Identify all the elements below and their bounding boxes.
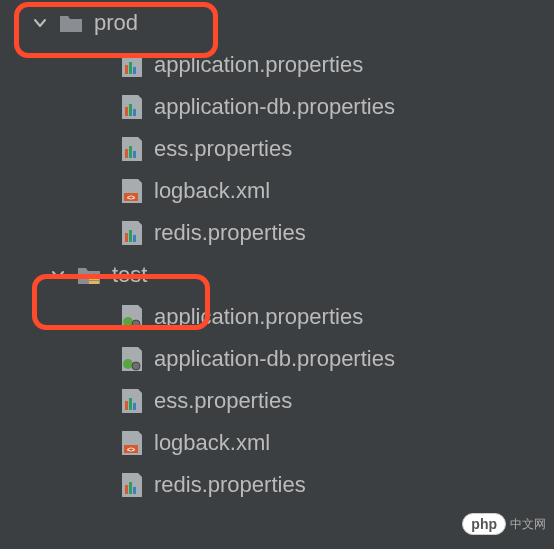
svg-rect-22 (133, 403, 136, 410)
file-label: application.properties (154, 304, 363, 330)
svg-rect-25 (125, 485, 128, 494)
svg-point-17 (132, 320, 140, 328)
properties-bars-icon (118, 136, 144, 162)
properties-bars-icon (118, 220, 144, 246)
watermark-text: 中文网 (510, 516, 546, 533)
file-row[interactable]: application-db.properties (0, 86, 554, 128)
svg-rect-20 (125, 401, 128, 410)
xml-file-icon: <> (118, 178, 144, 204)
folder-label: prod (94, 10, 138, 36)
file-label: application-db.properties (154, 346, 395, 372)
file-label: redis.properties (154, 220, 306, 246)
svg-point-18 (123, 359, 133, 369)
svg-rect-4 (129, 104, 132, 116)
folder-resources-icon (76, 262, 102, 288)
file-label: ess.properties (154, 388, 292, 414)
properties-spring-icon (118, 346, 144, 372)
file-row[interactable]: application-db.properties (0, 338, 554, 380)
svg-rect-1 (129, 62, 132, 74)
svg-rect-6 (125, 149, 128, 158)
file-row[interactable]: application.properties (0, 296, 554, 338)
svg-rect-27 (133, 487, 136, 494)
file-label: application-db.properties (154, 94, 395, 120)
svg-rect-2 (133, 67, 136, 74)
file-label: redis.properties (154, 472, 306, 498)
file-label: application.properties (154, 52, 363, 78)
watermark: php 中文网 (462, 513, 546, 535)
file-row[interactable]: <> logback.xml (0, 170, 554, 212)
file-row[interactable]: redis.properties (0, 464, 554, 506)
svg-point-19 (132, 362, 140, 370)
svg-rect-15 (89, 281, 99, 284)
file-row[interactable]: application.properties (0, 44, 554, 86)
svg-rect-21 (129, 398, 132, 410)
svg-rect-11 (125, 233, 128, 242)
xml-file-icon: <> (118, 430, 144, 456)
folder-row-test[interactable]: test (0, 254, 554, 296)
file-label: logback.xml (154, 430, 270, 456)
svg-rect-13 (133, 235, 136, 242)
file-row[interactable]: redis.properties (0, 212, 554, 254)
svg-rect-26 (129, 482, 132, 494)
chevron-down-icon (32, 15, 48, 31)
svg-rect-14 (89, 277, 99, 280)
svg-rect-5 (133, 109, 136, 116)
properties-bars-icon (118, 388, 144, 414)
file-label: ess.properties (154, 136, 292, 162)
folder-label: test (112, 262, 147, 288)
svg-text:<>: <> (127, 446, 135, 453)
svg-rect-7 (129, 146, 132, 158)
svg-text:<>: <> (127, 194, 135, 201)
svg-point-16 (123, 317, 133, 327)
watermark-badge: php (462, 513, 506, 535)
file-row[interactable]: ess.properties (0, 380, 554, 422)
properties-bars-icon (118, 52, 144, 78)
properties-bars-icon (118, 94, 144, 120)
file-row[interactable]: <> logback.xml (0, 422, 554, 464)
properties-spring-icon (118, 304, 144, 330)
svg-rect-12 (129, 230, 132, 242)
chevron-down-icon (50, 267, 66, 283)
file-label: logback.xml (154, 178, 270, 204)
folder-row-prod[interactable]: prod (0, 2, 554, 44)
folder-icon (58, 10, 84, 36)
svg-rect-3 (125, 107, 128, 116)
file-row[interactable]: ess.properties (0, 128, 554, 170)
svg-rect-8 (133, 151, 136, 158)
properties-bars-icon (118, 472, 144, 498)
svg-rect-0 (125, 65, 128, 74)
